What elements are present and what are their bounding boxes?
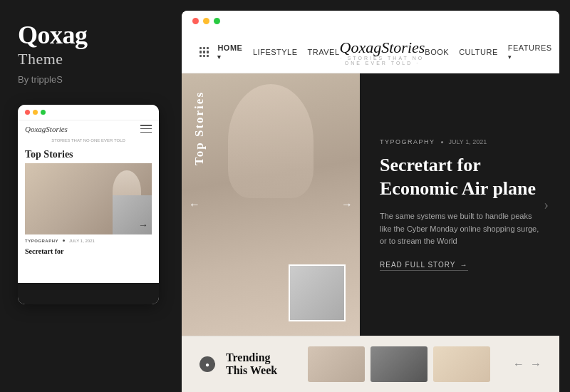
hero-image-bg <box>182 73 360 336</box>
sidebar-subtitle: Theme <box>18 50 157 68</box>
hero-article-title: Secretart for Economic Air plane <box>380 154 539 200</box>
trending-dot-icon: ● <box>200 356 215 372</box>
trending-title: Trending This Week <box>226 351 297 376</box>
site-tagline: · STORIES THAT NO ONE EVER TOLD · <box>340 56 425 66</box>
mobile-date: JULY 1, 2021 <box>69 239 95 243</box>
mobile-dark-footer <box>18 283 159 304</box>
mobile-dot-yellow <box>33 110 38 115</box>
hero-category: TYPOGRAPHY JULY 1, 2021 <box>380 138 539 145</box>
grid-icon[interactable] <box>200 47 209 57</box>
header-right: BOOK CULTURE FEATURES <box>425 43 559 61</box>
hero-description: The same systems we built to handle peak… <box>380 210 539 248</box>
mobile-nav: QoxagStories <box>18 120 159 138</box>
hero-overlay-img <box>289 264 346 321</box>
hero-image-container <box>182 73 360 336</box>
nav-left: HOME LIFESTYLE TRAVEL <box>217 43 339 61</box>
sidebar-by: By trippleS <box>18 74 157 85</box>
trending-images <box>308 346 502 382</box>
mobile-dots <box>25 110 46 115</box>
mobile-tagline: STORIES THAT NO ONE EVER TOLD <box>18 138 159 145</box>
nav-right: BOOK CULTURE FEATURES <box>425 43 551 61</box>
browser-dot-green <box>214 18 220 24</box>
browser-dot-red <box>192 18 199 24</box>
site-header: HOME LIFESTYLE TRAVEL QoxagStories · STO… <box>182 31 559 73</box>
main-preview: HOME LIFESTYLE TRAVEL QoxagStories · STO… <box>182 11 559 392</box>
trending-prev-btn[interactable]: ← <box>513 358 524 371</box>
mobile-dot-green <box>41 110 46 115</box>
site-logo-wrapper: QoxagStories · STORIES THAT NO ONE EVER … <box>340 38 425 66</box>
browser-chrome <box>182 11 559 31</box>
site-logo: QoxagStories <box>340 38 425 57</box>
trending-next-btn[interactable]: → <box>530 358 542 371</box>
mobile-category-tag: TYPOGRAPHY <box>25 239 58 243</box>
mobile-top-stories-label: Top Stories <box>18 145 159 163</box>
read-more-link[interactable]: READ FULL STORY → <box>380 261 468 271</box>
mobile-dot-red <box>25 110 30 115</box>
hero-panel-nav[interactable]: › <box>544 197 549 213</box>
browser-dot-yellow <box>203 18 209 24</box>
top-stories-label: Top Stories <box>192 91 207 165</box>
nav-features[interactable]: FEATURES <box>508 43 552 61</box>
hero-cat-dot <box>441 141 443 143</box>
nav-book[interactable]: BOOK <box>425 48 449 56</box>
trending-nav: ← → <box>513 358 542 371</box>
mobile-hero-image: → <box>25 163 152 234</box>
nav-culture[interactable]: CULTURE <box>459 48 498 56</box>
hero-section: Top Stories ← → TYPOGRAPHY JULY 1, 2021 … <box>182 73 559 336</box>
mobile-menu-icon[interactable] <box>140 125 152 133</box>
nav-travel[interactable]: TRAVEL <box>308 48 340 56</box>
sidebar: Qoxag Theme By trippleS QoxagStories STO… <box>0 0 175 392</box>
hero-right-panel: TYPOGRAPHY JULY 1, 2021 Secretart for Ec… <box>360 73 559 336</box>
hero-date: JULY 1, 2021 <box>449 138 487 145</box>
hero-right-arrow[interactable]: → <box>341 198 353 211</box>
mobile-preview: QoxagStories STORIES THAT NO ONE EVER TO… <box>18 105 159 304</box>
mobile-tag-area: TYPOGRAPHY JULY 1, 2021 <box>18 234 159 244</box>
mobile-nav-arrow: → <box>138 220 148 231</box>
trending-image-1 <box>308 346 365 382</box>
mobile-browser-bar <box>18 105 159 120</box>
mobile-article-title: Secretart for <box>18 244 159 260</box>
trending-image-3 <box>433 346 490 382</box>
hero-left-image: Top Stories ← → <box>182 73 360 336</box>
nav-home[interactable]: HOME <box>217 43 243 61</box>
header-left: HOME LIFESTYLE TRAVEL <box>200 43 340 61</box>
nav-lifestyle[interactable]: LIFESTYLE <box>253 48 298 56</box>
sidebar-title: Qoxag <box>18 21 157 50</box>
hero-category-label: TYPOGRAPHY <box>380 138 435 145</box>
hero-left-arrow[interactable]: ← <box>189 198 200 211</box>
trending-section: ● Trending This Week ← → <box>182 336 559 392</box>
trending-image-2 <box>370 346 428 382</box>
mobile-tag-dot <box>63 239 65 242</box>
mobile-logo: QoxagStories <box>25 125 68 133</box>
